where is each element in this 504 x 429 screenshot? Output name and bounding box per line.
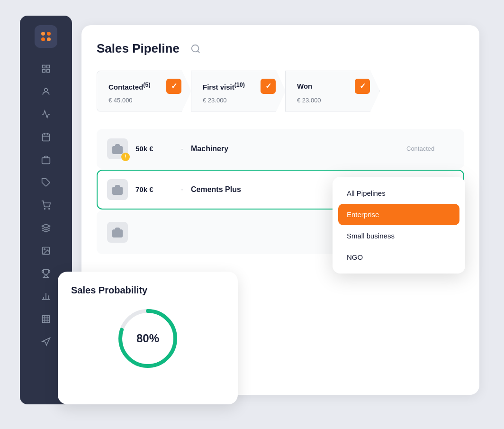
page-title: Sales Pipeline bbox=[97, 41, 180, 56]
warning-badge-machinery: ! bbox=[121, 153, 130, 161]
svg-rect-5 bbox=[43, 134, 50, 141]
svg-point-12 bbox=[49, 208, 50, 209]
sidebar-chart-icon[interactable] bbox=[36, 287, 55, 306]
svg-point-25 bbox=[192, 45, 199, 52]
deal-amount-machinery: 50k € bbox=[135, 145, 173, 153]
pipeline-stages: Contacted(5) ✓ € 45.000 First visit(10) … bbox=[97, 71, 464, 112]
dropdown-small-business[interactable]: Small business bbox=[338, 225, 459, 246]
page-header: Sales Pipeline bbox=[97, 40, 464, 57]
sidebar-trophy-icon[interactable] bbox=[36, 264, 55, 283]
sidebar-calendar-icon[interactable] bbox=[36, 128, 55, 146]
svg-point-15 bbox=[44, 248, 45, 250]
svg-rect-3 bbox=[43, 69, 45, 72]
sidebar-activity-icon[interactable] bbox=[36, 105, 55, 124]
stage-won[interactable]: Won ✓ € 23.000 bbox=[285, 71, 380, 112]
stage-won-check[interactable]: ✓ bbox=[355, 79, 370, 94]
deal-icon-third bbox=[107, 222, 128, 243]
svg-marker-13 bbox=[42, 224, 50, 228]
stage-firstvisit-label: First visit(10) bbox=[203, 82, 245, 91]
stage-won-label: Won bbox=[297, 82, 312, 90]
stage-firstvisit-amount: € 23.000 bbox=[203, 97, 276, 104]
stage-contacted-check[interactable]: ✓ bbox=[166, 79, 181, 94]
sidebar-cart-icon[interactable] bbox=[36, 196, 55, 215]
stage-contacted-label: Contacted(5) bbox=[108, 82, 151, 91]
svg-point-4 bbox=[45, 88, 48, 91]
dropdown-all-pipelines[interactable]: All Pipelines bbox=[338, 183, 459, 204]
sidebar-user-icon[interactable] bbox=[36, 82, 55, 101]
sidebar-tag-icon[interactable] bbox=[36, 173, 55, 192]
deal-sep-machinery: - bbox=[181, 145, 183, 153]
svg-rect-20 bbox=[43, 315, 50, 322]
dropdown-enterprise[interactable]: Enterprise bbox=[338, 204, 459, 225]
app-logo[interactable] bbox=[35, 25, 57, 48]
svg-rect-9 bbox=[42, 157, 50, 164]
deal-name-machinery: Machinery bbox=[191, 145, 399, 153]
deal-icon-cements bbox=[107, 179, 128, 200]
svg-rect-1 bbox=[47, 65, 50, 68]
pipeline-dropdown: All Pipelines Enterprise Small business … bbox=[333, 177, 465, 274]
stage-contacted-amount: € 45.000 bbox=[108, 97, 181, 104]
probability-value: 80% bbox=[115, 305, 181, 372]
deal-row-machinery[interactable]: ! 50k € - Machinery Contacted bbox=[97, 129, 464, 169]
probability-chart: 80% bbox=[71, 305, 225, 372]
stage-firstvisit[interactable]: First visit(10) ✓ € 23.000 bbox=[191, 71, 286, 112]
sidebar-grid-icon[interactable] bbox=[36, 59, 55, 78]
deal-icon-machinery: ! bbox=[107, 138, 128, 159]
svg-rect-2 bbox=[47, 69, 50, 72]
stage-firstvisit-check[interactable]: ✓ bbox=[261, 79, 276, 94]
sidebar-layers-icon[interactable] bbox=[36, 219, 55, 237]
deal-stage-machinery: Contacted bbox=[406, 145, 454, 152]
stage-contacted[interactable]: Contacted(5) ✓ € 45.000 bbox=[97, 71, 191, 112]
svg-rect-33 bbox=[113, 230, 122, 237]
stage-contacted-sup: (5) bbox=[143, 82, 150, 88]
deal-sep-cements: - bbox=[181, 185, 183, 193]
svg-line-26 bbox=[198, 51, 199, 53]
dropdown-ngo[interactable]: NGO bbox=[338, 246, 459, 268]
svg-point-11 bbox=[45, 208, 45, 209]
sidebar-image-icon[interactable] bbox=[36, 241, 55, 260]
probability-title: Sales Probability bbox=[71, 285, 225, 296]
sidebar-megaphone-icon[interactable] bbox=[36, 332, 55, 351]
sidebar-bar-chart-icon[interactable] bbox=[36, 310, 55, 329]
svg-rect-0 bbox=[43, 65, 45, 68]
deal-amount-cements: 70k € bbox=[135, 185, 173, 193]
stage-won-amount: € 23.000 bbox=[297, 97, 370, 104]
probability-card: Sales Probability 80% bbox=[58, 272, 238, 404]
search-button[interactable] bbox=[187, 40, 204, 57]
sidebar-briefcase-icon[interactable] bbox=[36, 150, 55, 169]
stage-firstvisit-sup: (10) bbox=[234, 82, 245, 88]
